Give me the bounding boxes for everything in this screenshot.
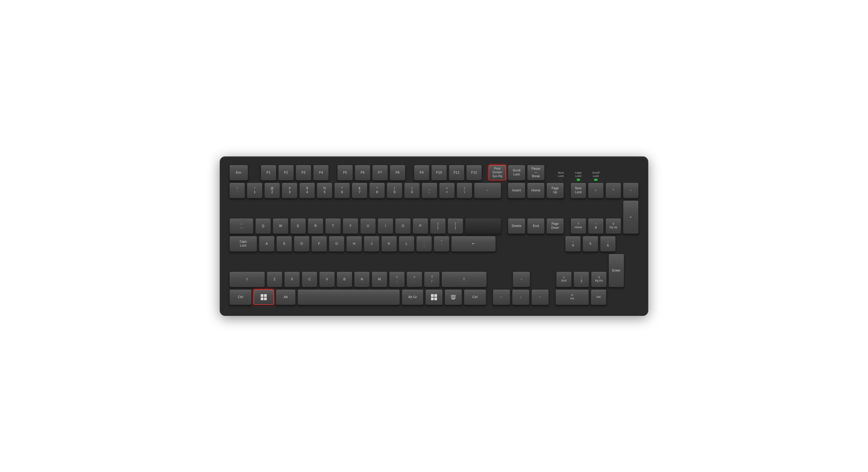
- key-k[interactable]: K: [381, 236, 397, 252]
- key-f[interactable]: F: [311, 236, 327, 252]
- key-l[interactable]: L: [399, 236, 414, 252]
- key-num5[interactable]: 5: [583, 236, 598, 252]
- key-g[interactable]: G: [329, 236, 344, 252]
- key-num-slash[interactable]: /: [588, 183, 604, 198]
- key-num-plus[interactable]: +: [623, 200, 639, 234]
- key-z[interactable]: Z: [267, 272, 282, 287]
- key-ralt[interactable]: Alt Gr: [402, 289, 424, 305]
- key-lshift[interactable]: ⇧: [229, 272, 265, 287]
- key-page-up[interactable]: Page Up: [547, 183, 564, 198]
- key-y[interactable]: Y: [343, 218, 358, 234]
- key-left[interactable]: ←: [493, 289, 510, 305]
- key-num1[interactable]: 1End: [556, 272, 572, 287]
- key-backtick[interactable]: ~`: [229, 183, 245, 198]
- key-down[interactable]: ↓: [512, 289, 530, 305]
- key-caps-lock[interactable]: Caps Lock: [229, 236, 257, 252]
- key-5[interactable]: %5: [317, 183, 333, 198]
- key-space[interactable]: [298, 289, 400, 305]
- key-num3[interactable]: 3Pg Dn: [591, 272, 607, 287]
- key-8[interactable]: *8: [369, 183, 385, 198]
- key-num7[interactable]: 7Home: [570, 218, 586, 234]
- key-num-period[interactable]: Del: [591, 289, 607, 305]
- key-slash[interactable]: ?/: [424, 272, 440, 287]
- key-f4[interactable]: F4: [313, 165, 329, 181]
- key-f10[interactable]: F10: [431, 165, 447, 181]
- key-esc[interactable]: Esc: [229, 165, 248, 181]
- key-backslash[interactable]: |\: [457, 183, 472, 198]
- key-u[interactable]: U: [360, 218, 376, 234]
- key-f7[interactable]: F7: [372, 165, 388, 181]
- key-semicolon[interactable]: :;: [416, 236, 432, 252]
- key-num4[interactable]: ←4: [565, 236, 581, 252]
- key-v[interactable]: V: [319, 272, 335, 287]
- key-1[interactable]: !1: [247, 183, 262, 198]
- key-delete[interactable]: Delete: [508, 218, 525, 234]
- key-7[interactable]: &7: [352, 183, 367, 198]
- key-n[interactable]: N: [354, 272, 370, 287]
- key-d[interactable]: D: [294, 236, 310, 252]
- key-r[interactable]: R: [308, 218, 323, 234]
- key-num-enter[interactable]: Enter: [609, 254, 624, 287]
- key-f1[interactable]: F1: [261, 165, 276, 181]
- key-h[interactable]: H: [346, 236, 362, 252]
- key-f2[interactable]: F2: [278, 165, 294, 181]
- key-f5[interactable]: F5: [337, 165, 353, 181]
- key-j[interactable]: J: [364, 236, 379, 252]
- key-rctrl[interactable]: Ctrl: [464, 289, 486, 305]
- key-tab[interactable]: ← →: [229, 218, 253, 234]
- key-end[interactable]: End: [527, 218, 545, 234]
- key-9[interactable]: (9: [387, 183, 402, 198]
- key-close-bracket[interactable]: }]: [447, 218, 463, 234]
- key-2[interactable]: @2: [264, 183, 280, 198]
- key-num2[interactable]: ↓2: [574, 272, 589, 287]
- key-e[interactable]: E: [290, 218, 306, 234]
- key-a[interactable]: A: [259, 236, 275, 252]
- key-x[interactable]: X: [284, 272, 300, 287]
- key-scroll-lock[interactable]: Scroll Lock: [508, 165, 525, 181]
- key-q[interactable]: Q: [255, 218, 271, 234]
- key-f6[interactable]: F6: [355, 165, 370, 181]
- key-w[interactable]: W: [273, 218, 288, 234]
- key-c[interactable]: C: [302, 272, 317, 287]
- key-4[interactable]: $4: [299, 183, 315, 198]
- key-i[interactable]: I: [378, 218, 393, 234]
- key-pause[interactable]: Pause — Break: [527, 165, 545, 181]
- key-comma[interactable]: <,: [389, 272, 405, 287]
- key-f11[interactable]: F11: [449, 165, 464, 181]
- key-page-down[interactable]: Page Down: [547, 218, 564, 234]
- key-backspace[interactable]: ←: [474, 183, 501, 198]
- key-b[interactable]: B: [337, 272, 352, 287]
- key-open-bracket[interactable]: {[: [430, 218, 446, 234]
- key-f8[interactable]: F8: [390, 165, 405, 181]
- key-minus[interactable]: _-: [422, 183, 437, 198]
- key-rshift[interactable]: ⇧: [441, 272, 487, 287]
- key-t[interactable]: T: [325, 218, 341, 234]
- key-num-star[interactable]: *: [606, 183, 621, 198]
- key-home[interactable]: Home: [527, 183, 545, 198]
- key-num0[interactable]: 0Ins: [555, 289, 589, 305]
- key-print-screen[interactable]: Print Screen Sys Rq: [489, 165, 506, 181]
- key-period[interactable]: >.: [407, 272, 422, 287]
- key-s[interactable]: S: [276, 236, 292, 252]
- key-o[interactable]: O: [395, 218, 411, 234]
- key-3[interactable]: #3: [282, 183, 298, 198]
- key-f9[interactable]: F9: [414, 165, 430, 181]
- key-quote[interactable]: "': [434, 236, 450, 252]
- key-lwin[interactable]: [253, 289, 274, 305]
- key-right[interactable]: →: [531, 289, 549, 305]
- key-enter[interactable]: ↵: [451, 236, 496, 252]
- key-menu[interactable]: [444, 289, 462, 305]
- key-rwin[interactable]: [425, 289, 443, 305]
- key-num6[interactable]: →6: [600, 236, 616, 252]
- key-lctrl[interactable]: Ctrl: [229, 289, 252, 305]
- key-f12[interactable]: F12: [466, 165, 482, 181]
- key-num9[interactable]: 9Pg Up: [606, 218, 621, 234]
- key-num-minus[interactable]: −: [623, 183, 639, 198]
- key-p[interactable]: P: [412, 218, 428, 234]
- key-6[interactable]: ^6: [334, 183, 350, 198]
- key-enter-top[interactable]: [465, 218, 501, 234]
- key-insert[interactable]: Insert: [508, 183, 525, 198]
- key-num8[interactable]: ↑8: [588, 218, 604, 234]
- key-m[interactable]: M: [372, 272, 387, 287]
- key-num-lock[interactable]: Num Lock: [570, 183, 586, 198]
